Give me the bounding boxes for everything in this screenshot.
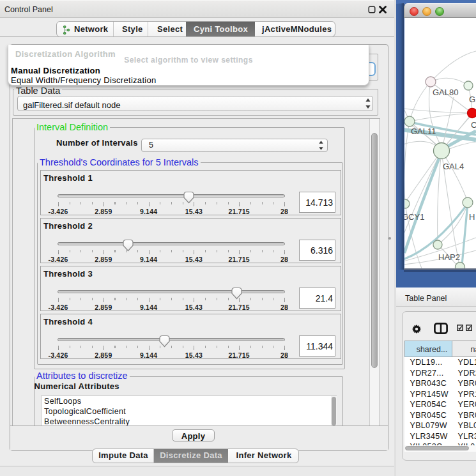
svg-text:GAL4: GAL4 (443, 162, 464, 171)
svg-text:GAL80: GAL80 (433, 88, 458, 97)
svg-text:GCY1: GCY1 (404, 212, 424, 222)
svg-text:H: H (469, 212, 475, 222)
svg-text:HAP2: HAP2 (438, 252, 460, 262)
svg-text:GAL11: GAL11 (411, 127, 436, 136)
svg-text:G.: G. (469, 95, 476, 104)
svg-text:C: C (471, 120, 476, 130)
